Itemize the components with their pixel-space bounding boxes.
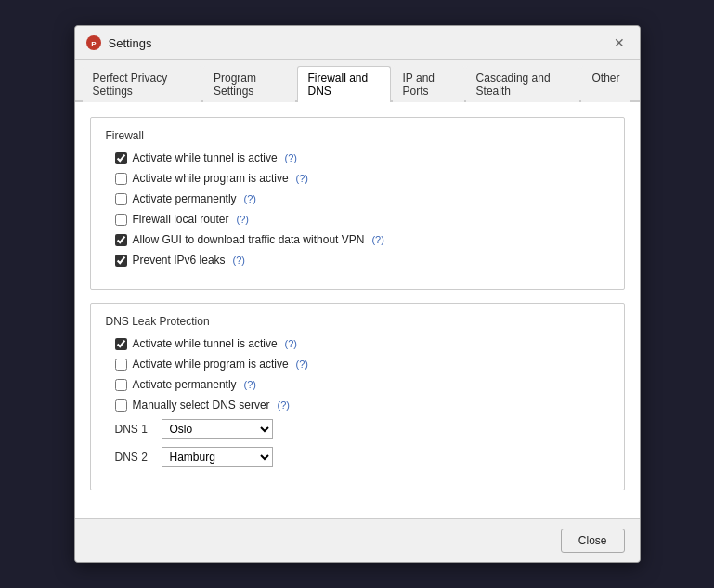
fw-permanent-checkbox[interactable] bbox=[115, 193, 127, 205]
fw-local-router-row: Firewall local router (?) bbox=[106, 213, 609, 226]
fw-prevent-ipv6-row: Prevent IPv6 leaks (?) bbox=[106, 254, 609, 267]
dns-manual-row: Manually select DNS server (?) bbox=[106, 399, 609, 412]
dns-tunnel-label: Activate while tunnel is active bbox=[133, 337, 278, 350]
footer: Close bbox=[75, 518, 640, 562]
firewall-section-title: Firewall bbox=[106, 129, 609, 142]
close-button[interactable]: Close bbox=[561, 529, 625, 553]
fw-allow-gui-label: Allow GUI to download traffic data witho… bbox=[133, 233, 365, 246]
settings-window: P Settings ✕ Perfect Privacy Settings Pr… bbox=[74, 25, 641, 563]
content-area: Firewall Activate while tunnel is active… bbox=[75, 102, 640, 518]
fw-prevent-ipv6-help[interactable]: (?) bbox=[233, 255, 245, 266]
dns-manual-help[interactable]: (?) bbox=[278, 399, 290, 411]
title-bar: P Settings ✕ bbox=[75, 26, 640, 60]
dns-program-label: Activate while program is active bbox=[133, 358, 289, 371]
fw-program-help[interactable]: (?) bbox=[296, 173, 308, 184]
fw-allow-gui-checkbox[interactable] bbox=[115, 234, 127, 246]
tab-perfect-privacy[interactable]: Perfect Privacy Settings bbox=[83, 66, 201, 102]
fw-permanent-row: Activate permanently (?) bbox=[106, 192, 609, 205]
dns1-row: DNS 1 Oslo Hamburg Amsterdam London Pari… bbox=[106, 419, 609, 439]
dns-tunnel-help[interactable]: (?) bbox=[285, 338, 297, 349]
fw-program-row: Activate while program is active (?) bbox=[106, 172, 609, 185]
dns-section-title: DNS Leak Protection bbox=[106, 315, 609, 328]
app-icon: P bbox=[86, 35, 101, 50]
fw-local-router-label: Firewall local router bbox=[133, 213, 229, 226]
dns-program-checkbox[interactable] bbox=[115, 359, 127, 371]
svg-text:P: P bbox=[91, 40, 97, 48]
tabs-container: Perfect Privacy Settings Program Setting… bbox=[75, 60, 640, 102]
tab-other[interactable]: Other bbox=[581, 66, 630, 102]
tab-ip-ports[interactable]: IP and Ports bbox=[393, 66, 464, 102]
fw-program-label: Activate while program is active bbox=[133, 172, 289, 185]
fw-prevent-ipv6-checkbox[interactable] bbox=[115, 255, 127, 267]
fw-local-router-help[interactable]: (?) bbox=[237, 214, 249, 225]
dns1-label: DNS 1 bbox=[115, 423, 152, 436]
dns-permanent-label: Activate permanently bbox=[133, 378, 237, 391]
fw-program-checkbox[interactable] bbox=[115, 173, 127, 185]
fw-allow-gui-row: Allow GUI to download traffic data witho… bbox=[106, 233, 609, 246]
firewall-section: Firewall Activate while tunnel is active… bbox=[90, 117, 625, 290]
dns-tunnel-checkbox[interactable] bbox=[115, 338, 127, 350]
dns-section: DNS Leak Protection Activate while tunne… bbox=[90, 303, 625, 490]
fw-tunnel-checkbox[interactable] bbox=[115, 152, 127, 164]
tab-cascading-stealth[interactable]: Cascading and Stealth bbox=[466, 66, 580, 102]
fw-tunnel-row: Activate while tunnel is active (?) bbox=[106, 151, 609, 164]
tab-program-settings[interactable]: Program Settings bbox=[203, 66, 296, 102]
dns2-row: DNS 2 Oslo Hamburg Amsterdam London Pari… bbox=[106, 447, 609, 467]
fw-prevent-ipv6-label: Prevent IPv6 leaks bbox=[133, 254, 226, 267]
fw-permanent-label: Activate permanently bbox=[133, 192, 237, 205]
window-title: Settings bbox=[109, 36, 152, 50]
fw-tunnel-help[interactable]: (?) bbox=[285, 152, 297, 163]
fw-local-router-checkbox[interactable] bbox=[115, 214, 127, 226]
dns2-select[interactable]: Oslo Hamburg Amsterdam London Paris bbox=[162, 447, 273, 467]
dns-permanent-row: Activate permanently (?) bbox=[106, 378, 609, 391]
dns-tunnel-row: Activate while tunnel is active (?) bbox=[106, 337, 609, 350]
dns2-label: DNS 2 bbox=[115, 451, 152, 464]
dns-permanent-help[interactable]: (?) bbox=[244, 379, 256, 390]
dns-manual-checkbox[interactable] bbox=[115, 399, 127, 412]
dns-manual-label: Manually select DNS server bbox=[133, 399, 270, 412]
fw-permanent-help[interactable]: (?) bbox=[244, 193, 256, 204]
title-bar-left: P Settings bbox=[86, 35, 152, 50]
dns-program-row: Activate while program is active (?) bbox=[106, 358, 609, 371]
dns1-select[interactable]: Oslo Hamburg Amsterdam London Paris bbox=[162, 419, 273, 439]
fw-tunnel-label: Activate while tunnel is active bbox=[133, 151, 278, 164]
dns-program-help[interactable]: (?) bbox=[296, 359, 308, 370]
dns-permanent-checkbox[interactable] bbox=[115, 379, 127, 391]
fw-allow-gui-help[interactable]: (?) bbox=[371, 234, 383, 245]
tab-firewall-dns[interactable]: Firewall and DNS bbox=[297, 66, 390, 102]
window-close-button[interactable]: ✕ bbox=[610, 33, 629, 52]
